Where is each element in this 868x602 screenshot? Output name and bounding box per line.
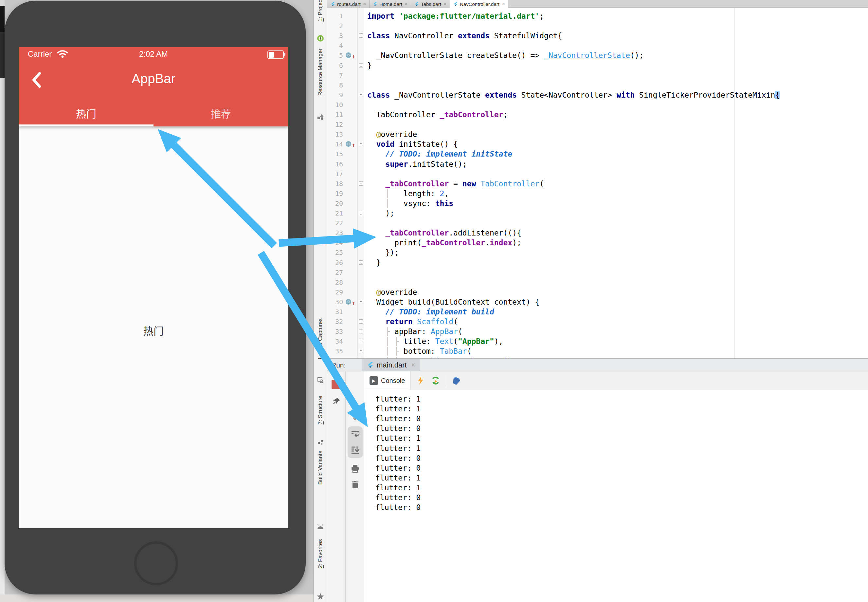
fold-marker[interactable]: −	[359, 181, 363, 186]
close-icon[interactable]: ×	[444, 1, 446, 6]
code-line-4: 4	[327, 41, 861, 51]
arrow-down-icon[interactable]	[351, 413, 360, 422]
fold-marker[interactable]: ‿	[359, 211, 363, 215]
home-button[interactable]	[134, 541, 178, 585]
line-number: 21	[327, 208, 343, 218]
code-line-25: 25 });	[327, 247, 861, 258]
code-text: }	[367, 61, 372, 71]
close-icon[interactable]: ×	[405, 1, 407, 6]
scroll-to-end-icon[interactable]	[351, 445, 360, 455]
tool-window-button-1-project[interactable]: 1: Project	[314, 0, 327, 22]
code-text: super.initState();	[367, 159, 467, 169]
console-tab[interactable]: ▶ Console	[364, 372, 410, 390]
flutter-icon	[453, 2, 458, 6]
line-number: 23	[327, 228, 343, 238]
code-text: │ ├ title: Text("AppBar"),	[367, 336, 503, 346]
override-gutter-icon[interactable]: o↑	[346, 141, 355, 147]
soft-wrap-icon[interactable]	[351, 429, 360, 438]
line-number: 31	[327, 307, 343, 317]
code-line-15: 15 // TODO: implement initState	[327, 149, 861, 159]
trash-icon[interactable]	[351, 480, 360, 489]
line-number: 18	[327, 179, 343, 189]
fold-marker[interactable]: −	[359, 142, 363, 146]
editor-tab-home-dart[interactable]: Home.dart×	[369, 0, 411, 8]
code-text: }	[367, 258, 381, 267]
run-side-toolbar	[327, 372, 346, 602]
code-line-29: 29 @override	[327, 287, 861, 297]
fold-marker[interactable]: −	[359, 339, 363, 343]
code-line-2: 2	[327, 21, 861, 31]
flutter-icon	[414, 2, 419, 6]
bolt-icon[interactable]	[416, 376, 426, 385]
code-line-33: 33− ├ appBar: AppBar(	[327, 327, 861, 337]
code-line-24: 24 print(_tabController.index);	[327, 238, 861, 248]
code-line-21: 21‿ );	[327, 208, 861, 218]
fold-marker[interactable]: −	[359, 34, 363, 38]
code-text: │ ├ bottom: TabBar(	[367, 346, 472, 356]
editor-tab-label: Tabs.dart	[421, 1, 441, 7]
editor-tab-routes-dart[interactable]: routes.dart×	[327, 0, 369, 8]
line-number: 29	[327, 287, 343, 297]
tool-window-button-2-favorites[interactable]: 2: Favorites	[314, 539, 327, 568]
close-icon[interactable]: ×	[363, 1, 366, 6]
star-icon	[317, 593, 324, 600]
console-line: flutter: 0	[375, 414, 868, 424]
code-line-32: 32− return Scaffold(	[327, 317, 861, 327]
line-number: 34	[327, 336, 343, 346]
phone-screen: Carrier 2:02 AM	[18, 47, 288, 528]
override-gutter-icon[interactable]: o↑	[346, 299, 355, 305]
tab-indicator	[18, 124, 153, 126]
phone-tab-hot[interactable]: 热门	[18, 100, 153, 126]
ide-window: routes.dart×Home.dart×Tabs.dart×NavContr…	[327, 0, 868, 602]
run-tool-window: Run: main.dart × ▶ Console	[327, 358, 868, 602]
fold-marker[interactable]: −	[359, 93, 363, 97]
code-line-26: 26‿ }	[327, 258, 861, 268]
code-text: // TODO: implement initState	[367, 149, 512, 159]
close-icon[interactable]: ×	[502, 1, 505, 6]
code-line-31: 31 // TODO: implement build	[327, 307, 861, 317]
console-output[interactable]: flutter: 1flutter: 1flutter: 0flutter: 0…	[364, 390, 868, 602]
fold-marker[interactable]: −	[359, 329, 363, 333]
editor-tab-tabs-dart[interactable]: Tabs.dart×	[411, 0, 450, 8]
code-line-5: 5o↑ _NavControllerState createState() =>…	[327, 51, 861, 61]
pin-icon[interactable]	[332, 396, 341, 405]
console-line: flutter: 1	[375, 483, 868, 493]
tool-window-button-layout-captures[interactable]: Layout Captures	[314, 318, 327, 359]
tool-window-label: Build Variants	[317, 451, 324, 485]
app-bar: AppBar	[18, 61, 288, 100]
stop-icon[interactable]	[332, 380, 341, 389]
fold-marker[interactable]: −	[359, 300, 363, 304]
code-text: });	[367, 247, 399, 258]
line-number: 26	[327, 258, 343, 267]
fold-marker[interactable]: −	[359, 349, 363, 353]
line-number: 13	[327, 129, 343, 139]
code-text: @override	[367, 287, 417, 297]
close-icon[interactable]: ×	[412, 361, 415, 369]
status-bar: Carrier 2:02 AM	[18, 47, 288, 61]
code-line-30: 30o↑− Widget build(BuildContext context)…	[327, 297, 861, 307]
line-number: 8	[327, 80, 343, 90]
phone-tab-recommend[interactable]: 推荐	[153, 100, 288, 126]
editor-tab-label: routes.dart	[337, 1, 361, 7]
line-number: 12	[327, 120, 343, 129]
override-gutter-icon[interactable]: o↑	[346, 52, 355, 58]
run-tab-main-dart[interactable]: main.dart ×	[362, 359, 420, 372]
hot-reload-icon[interactable]	[431, 376, 441, 385]
tool-window-button-resource-manager[interactable]: Resource Manager	[314, 49, 327, 96]
tool-window-button-build-variants[interactable]: Build Variants	[314, 451, 327, 485]
line-number: 27	[327, 267, 343, 277]
fold-marker[interactable]: ‿	[359, 260, 363, 265]
printer-icon[interactable]	[351, 464, 360, 473]
background-window-sliver	[0, 32, 5, 78]
fold-marker[interactable]: ‿	[359, 63, 363, 68]
fold-marker[interactable]: −	[359, 319, 363, 324]
editor-tab-label: NavController.dart	[460, 1, 499, 7]
line-number: 25	[327, 247, 343, 258]
line-number: 14	[327, 139, 343, 149]
editor-tab-navcontroller-dart[interactable]: NavController.dart×	[450, 0, 508, 8]
dart-icon[interactable]	[452, 376, 461, 385]
code-line-1: 1import 'package:flutter/material.dart';	[327, 11, 861, 21]
tool-window-button-7-structure[interactable]: 7: Structure	[314, 396, 327, 424]
code-line-19: 19 │ length: 2,	[327, 189, 861, 199]
code-editor[interactable]: 1import 'package:flutter/material.dart';…	[327, 8, 861, 358]
